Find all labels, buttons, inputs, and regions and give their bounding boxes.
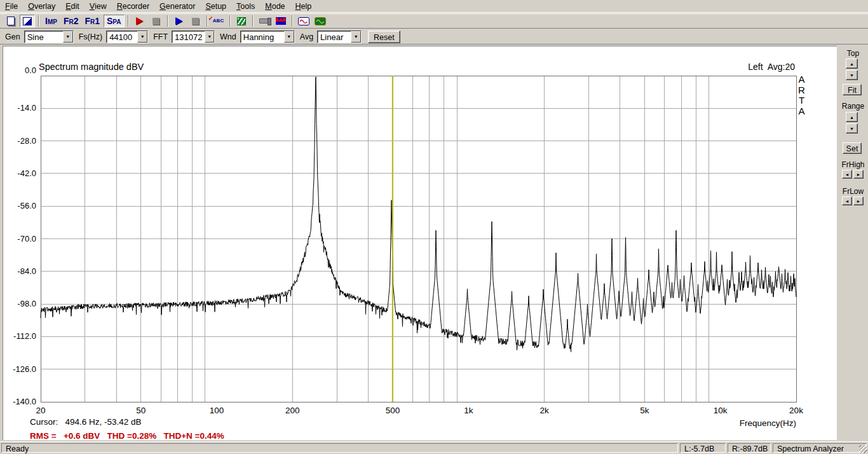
calibrate-button[interactable]: ABC xyxy=(211,15,226,27)
samplerate-value: 44100 xyxy=(107,31,137,43)
menu-view[interactable]: View xyxy=(85,1,112,12)
generator-white-button[interactable] xyxy=(296,15,311,27)
menu-tools[interactable]: Tools xyxy=(231,1,260,12)
menu-mode[interactable]: Mode xyxy=(260,1,290,12)
cursor-readout: Cursor: 494.6 Hz, -53.42 dB xyxy=(30,417,142,427)
x-tick-10k: 10k xyxy=(707,406,735,415)
arrow-left-icon: ◄ xyxy=(845,199,850,203)
samplerate-select[interactable]: 44100 ▼ xyxy=(106,31,148,43)
y-tick--126.0: -126.0 xyxy=(7,364,36,374)
play-stop-button[interactable] xyxy=(188,15,203,27)
chevron-down-icon[interactable]: ▼ xyxy=(205,31,214,43)
window-select[interactable]: Hanning ▼ xyxy=(240,31,295,43)
right-level-indicator: R:-89.7dB xyxy=(728,443,771,453)
x-tick-2k: 2k xyxy=(531,406,559,415)
arrow-right-icon: ► xyxy=(857,172,861,177)
channel-average-info: Left Avg:20 xyxy=(748,62,795,72)
sine-green-icon xyxy=(315,17,326,25)
y-tick--56.0: -56.0 xyxy=(7,201,36,210)
frhigh-right-button[interactable]: ► xyxy=(853,170,864,179)
menu-edit[interactable]: Edit xyxy=(60,1,85,12)
spectrogram-icon xyxy=(237,17,246,25)
chart-title: Spectrum magnitude dBV xyxy=(39,62,144,72)
new-file-button[interactable] xyxy=(3,15,18,27)
y-tick--14.0: -14.0 xyxy=(7,103,36,113)
avg-label: Avg xyxy=(300,32,313,41)
window-value: Hanning xyxy=(241,31,284,43)
top-label: Top xyxy=(838,49,868,58)
toolbar-separator xyxy=(207,15,208,27)
menu-recorder[interactable]: Recorder xyxy=(112,1,154,12)
averaging-value: Linear xyxy=(318,31,351,43)
top-down-button[interactable]: ▼ xyxy=(846,70,858,80)
toolbar-separator xyxy=(229,15,231,27)
status-bar: Ready L:-5.7dB R:-89.7dB Spectrum Analyz… xyxy=(0,441,868,454)
wnd-label: Wnd xyxy=(220,32,236,41)
spectrum-plot[interactable] xyxy=(3,46,836,439)
fr2-mode-button[interactable]: Fr2 xyxy=(61,15,81,27)
chevron-down-icon[interactable]: ▼ xyxy=(63,31,73,43)
fft-size-select[interactable]: 131072 ▼ xyxy=(172,31,215,43)
blue-play-icon xyxy=(175,17,182,25)
arrow-left-icon: ◄ xyxy=(845,172,850,177)
mode-indicator: Spectrum Analyzer xyxy=(773,443,867,453)
x-tick-50: 50 xyxy=(127,406,155,415)
frlow-left-button[interactable]: ◄ xyxy=(842,196,852,205)
y-tick-0.0: 0.0 xyxy=(7,65,36,75)
time-record-button[interactable] xyxy=(20,15,35,27)
stop-icon xyxy=(192,18,199,25)
stop-icon xyxy=(153,18,159,25)
arrow-up-icon: ▲ xyxy=(850,115,854,120)
imp-mode-button[interactable]: Imp xyxy=(43,15,60,27)
menu-overlay[interactable]: Overlay xyxy=(23,1,60,12)
x-tick-20k: 20k xyxy=(782,406,810,415)
fr1-mode-button[interactable]: Fr1 xyxy=(82,15,102,27)
x-tick-200: 200 xyxy=(278,406,306,415)
x-tick-100: 100 xyxy=(203,406,231,415)
arrow-down-icon: ▼ xyxy=(850,73,854,78)
y-tick--28.0: -28.0 xyxy=(7,136,36,146)
red-play-icon xyxy=(136,17,143,25)
chart-panel[interactable]: Spectrum magnitude dBV Left Avg:20 ARTA … xyxy=(3,46,837,440)
fft-label: FFT xyxy=(153,32,168,41)
time-record-icon xyxy=(23,17,32,25)
range-down-button[interactable]: ▼ xyxy=(846,123,858,134)
generator-green-button[interactable] xyxy=(313,15,328,27)
chevron-down-icon[interactable]: ▼ xyxy=(137,31,147,43)
resize-grip[interactable] xyxy=(859,445,867,453)
spa-mode-button[interactable]: Spa xyxy=(104,15,125,27)
menu-help[interactable]: Help xyxy=(290,1,317,12)
generator-select[interactable]: Sine ▼ xyxy=(24,31,74,43)
range-up-button[interactable]: ▲ xyxy=(846,112,858,122)
menu-bar: FileOverlayEditViewRecorderGeneratorSetu… xyxy=(0,0,868,13)
fft-size-value: 131072 xyxy=(172,31,205,43)
x-tick-20: 20 xyxy=(27,406,55,415)
spectrogram-button[interactable] xyxy=(234,15,249,27)
x-tick-1k: 1k xyxy=(454,406,482,415)
frhigh-left-button[interactable]: ◄ xyxy=(842,170,852,179)
y-tick--70.0: -70.0 xyxy=(7,234,36,244)
new-document-icon xyxy=(7,17,15,25)
range-label: Range xyxy=(838,102,868,111)
menu-file[interactable]: File xyxy=(0,1,23,12)
frlow-right-button[interactable]: ► xyxy=(853,196,864,205)
reset-button[interactable]: Reset xyxy=(368,31,400,43)
toolbar-separator xyxy=(252,15,254,27)
scope-tool-button[interactable] xyxy=(273,15,288,27)
sine-white-icon xyxy=(298,17,309,25)
left-level-indicator: L:-5.7dB xyxy=(680,443,726,453)
record-stop-button[interactable] xyxy=(149,15,164,27)
top-up-button[interactable]: ▲ xyxy=(846,58,858,69)
menu-setup[interactable]: Setup xyxy=(200,1,231,12)
set-button[interactable]: Set xyxy=(843,142,862,154)
menu-generator[interactable]: Generator xyxy=(154,1,200,12)
abc-check-icon: ABC xyxy=(213,18,224,24)
chevron-down-icon[interactable]: ▼ xyxy=(284,31,294,43)
mic-tool-button[interactable] xyxy=(257,15,272,27)
play-start-button[interactable] xyxy=(172,15,187,27)
chevron-down-icon[interactable]: ▼ xyxy=(351,31,361,43)
toolbar-separator xyxy=(38,15,39,27)
fit-button[interactable]: Fit xyxy=(843,84,862,95)
averaging-select[interactable]: Linear ▼ xyxy=(317,31,362,43)
record-start-button[interactable] xyxy=(132,15,147,27)
